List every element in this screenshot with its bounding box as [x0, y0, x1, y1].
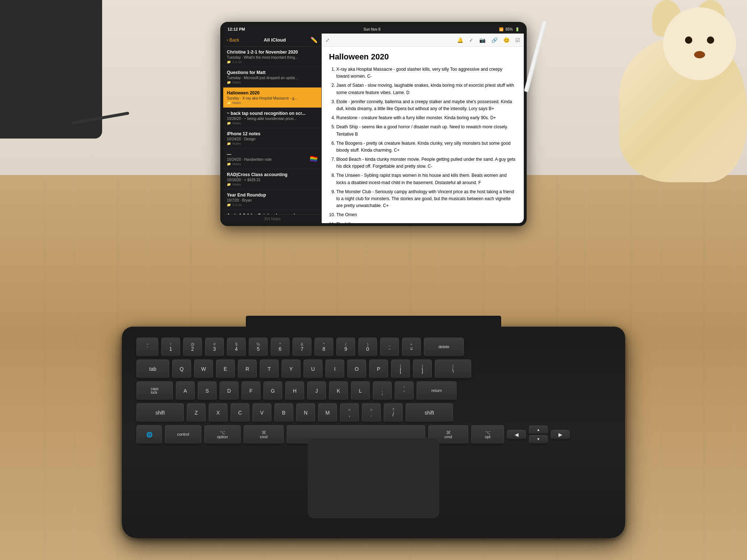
key-row-3: capslock A S D F G H J K L : ; " ' retur… [136, 381, 611, 400]
note-item-4[interactable]: iPhone 12 notes 10/24/20 · Design 📁 Note… [223, 128, 321, 149]
note-preview-0: Tuesday · What's the most important thin… [227, 55, 318, 59]
smiley-icon[interactable]: 😊 [503, 37, 510, 43]
key-minus[interactable]: _ - [380, 338, 399, 357]
key-arrow-up[interactable]: ▲ [529, 425, 548, 434]
key-bracket-right[interactable]: } ] [413, 359, 432, 378]
key-g[interactable]: G [263, 381, 282, 400]
key-period[interactable]: > . [362, 403, 381, 422]
key-q[interactable]: Q [172, 359, 191, 378]
key-arrow-left[interactable]: ◀ [507, 430, 526, 439]
key-shift-right[interactable]: shift [406, 403, 453, 422]
key-i[interactable]: I [325, 359, 344, 378]
key-o[interactable]: O [347, 359, 366, 378]
key-opt-right[interactable]: ⌥ opt [471, 425, 504, 444]
key-4[interactable]: $ 4 [227, 338, 246, 357]
key-5[interactable]: % 5 [249, 338, 268, 357]
key-m[interactable]: M [318, 403, 337, 422]
key-semicolon[interactable]: : ; [373, 381, 392, 400]
list-item-3: Etoile - jennifer connelly, ballerina an… [336, 98, 516, 112]
key-b[interactable]: B [274, 403, 293, 422]
key-l[interactable]: L [351, 381, 370, 400]
key-x[interactable]: X [209, 403, 228, 422]
back-button[interactable]: ‹ Back [227, 38, 239, 43]
key-y[interactable]: Y [282, 359, 301, 378]
key-return[interactable]: return [417, 381, 457, 400]
note-preview-1: Tuesday · Microsoft just dropped an upda… [227, 76, 318, 80]
key-e[interactable]: E [216, 359, 235, 378]
key-tilde[interactable]: ~ ` [136, 338, 158, 357]
key-t[interactable]: T [260, 359, 279, 378]
key-r[interactable]: R [238, 359, 257, 378]
key-option-left[interactable]: ⌥ option [204, 425, 241, 444]
note-preview-7: 10/7/20 · Bryan [227, 198, 318, 202]
key-control[interactable]: control [165, 425, 201, 444]
key-v[interactable]: V [252, 403, 271, 422]
note-heading: Halloween 2020 [329, 52, 516, 62]
key-3[interactable]: # 3 [205, 338, 224, 357]
key-6[interactable]: ^ 6 [271, 338, 290, 357]
key-arrow-right[interactable]: ▶ [551, 430, 570, 439]
key-d[interactable]: D [220, 381, 239, 400]
expand-icon[interactable]: ⤢ [325, 37, 330, 43]
key-k[interactable]: K [329, 381, 348, 400]
camera-icon[interactable]: 📷 [479, 37, 485, 43]
note-item-7[interactable]: Year End Roundup 10/7/20 · Bryan 📁 1-2-1… [223, 190, 321, 210]
key-globe[interactable]: 🌐 [136, 425, 162, 444]
key-slash[interactable]: ? / [384, 403, 403, 422]
key-arrow-down[interactable]: ▼ [529, 435, 548, 444]
list-item-6: The Boogens - pretty ok creature feature… [336, 140, 516, 154]
list-item-10: The Omen [336, 211, 516, 218]
key-p[interactable]: P [369, 359, 388, 378]
folder-icon-6: 📁 [227, 183, 231, 186]
key-z[interactable]: Z [187, 403, 206, 422]
key-2[interactable]: @ 2 [183, 338, 202, 357]
key-0[interactable]: ) 0 [358, 338, 377, 357]
trackpad[interactable] [308, 438, 439, 518]
key-a[interactable]: A [176, 381, 195, 400]
link-icon[interactable]: 🔗 [491, 37, 498, 43]
key-equals[interactable]: + = [402, 338, 421, 357]
note-item-3[interactable]: ~ back tap sound recognition on scr... 1… [223, 108, 321, 128]
key-9[interactable]: ( 9 [336, 338, 355, 357]
key-tab[interactable]: tab [136, 359, 169, 378]
note-body[interactable]: X-ray aka Hospital Massacre - good slash… [329, 66, 516, 223]
key-row-4: shift Z X C V B N M < , > . ? / shift [136, 403, 611, 422]
key-u[interactable]: U [303, 359, 322, 378]
key-comma[interactable]: < , [340, 403, 359, 422]
note-preview-4: 10/24/20 · Design [227, 137, 318, 141]
checkmark-icon[interactable]: ✓ [469, 37, 473, 43]
key-quote[interactable]: " ' [395, 381, 414, 400]
note-content: Halloween 2020 X-ray aka Hospital Massac… [322, 47, 524, 223]
key-h[interactable]: H [285, 381, 304, 400]
note-item-1[interactable]: Questions for Matt Tuesday · Microsoft j… [223, 67, 321, 88]
key-w[interactable]: W [194, 359, 213, 378]
key-7[interactable]: & 7 [293, 338, 311, 357]
note-item-5[interactable]: — 10/24/20 · Handwritten note 📁 Notes 🏳️… [223, 149, 321, 169]
key-bracket-left[interactable]: { [ [391, 359, 410, 378]
compose-button[interactable]: ✏️ [310, 36, 318, 43]
key-n[interactable]: N [296, 403, 315, 422]
note-item-0[interactable]: Christine 1-2-1 for November 2020 Tuesda… [223, 47, 321, 67]
note-title-1: Questions for Matt [227, 70, 318, 75]
key-cmd-left[interactable]: ⌘ cmd [244, 425, 284, 444]
key-delete[interactable]: delete [424, 338, 464, 357]
note-item-2[interactable]: Halloween 2020 Sunday · X-ray aka Hospit… [223, 88, 321, 108]
note-item-8[interactable]: Joe's 1-2-1 for October (year end re... … [223, 210, 321, 214]
bell-icon[interactable]: 🔔 [457, 37, 463, 43]
key-caps-lock[interactable]: capslock [136, 381, 173, 400]
key-f[interactable]: F [241, 381, 260, 400]
key-j[interactable]: J [307, 381, 326, 400]
note-item-6[interactable]: RAD|Cross Class accounting 10/16/20 · + … [223, 169, 321, 190]
back-label[interactable]: Back [229, 38, 239, 43]
key-8[interactable]: * 8 [314, 338, 333, 357]
key-backslash[interactable]: | \ [435, 359, 471, 378]
key-s[interactable]: S [198, 381, 217, 400]
note-meta-5: 📁 Notes [227, 162, 272, 166]
folder-name-5: Notes [232, 162, 241, 166]
checkbox-icon[interactable]: ☑ [515, 37, 520, 43]
list-item-1: X-ray aka Hospital Massacre - good slash… [336, 66, 516, 80]
key-shift-left[interactable]: shift [136, 403, 184, 422]
key-1[interactable]: ! 1 [161, 338, 180, 357]
key-c[interactable]: C [231, 403, 249, 422]
note-toolbar: ⤢ 🔔 ✓ 📷 🔗 😊 ☑ [322, 34, 524, 47]
